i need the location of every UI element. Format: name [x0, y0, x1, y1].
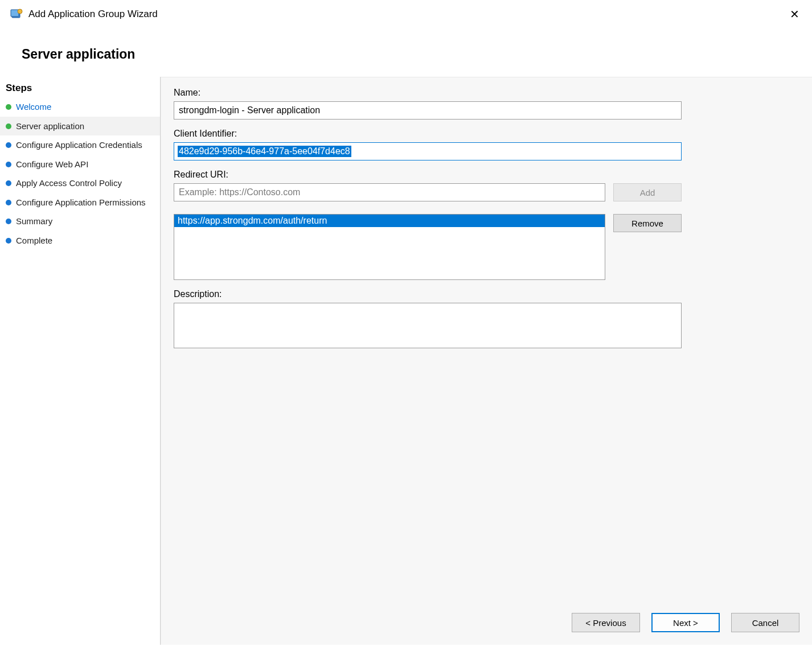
step-bullet-icon — [6, 162, 11, 167]
content-pane: Name: Client Identifier: 482e9d29-956b-4… — [161, 77, 812, 645]
steps-panel: Steps Welcome Server application Configu… — [0, 77, 161, 645]
name-label: Name: — [174, 88, 799, 98]
close-icon[interactable]: ✕ — [783, 6, 806, 22]
step-bullet-icon — [6, 142, 11, 148]
step-label: Configure Application Credentials — [16, 139, 142, 151]
step-label: Apply Access Control Policy — [16, 178, 122, 189]
step-apply-access-control[interactable]: Apply Access Control Policy — [0, 174, 160, 193]
redirect-uri-item[interactable]: https://app.strongdm.com/auth/return — [174, 215, 605, 227]
client-id-input[interactable]: 482e9d29-956b-46e4-977a-5ee04f7d4ec8 — [174, 142, 682, 160]
client-id-label: Client Identifier: — [174, 129, 799, 139]
step-configure-credentials[interactable]: Configure Application Credentials — [0, 135, 160, 155]
step-label: Welcome — [16, 101, 51, 113]
step-welcome[interactable]: Welcome — [0, 97, 160, 117]
wizard-footer: < Previous Next > Cancel — [572, 613, 799, 632]
client-id-value: 482e9d29-956b-46e4-977a-5ee04f7d4ec8 — [178, 146, 351, 157]
description-label: Description: — [174, 289, 799, 299]
description-input[interactable] — [174, 303, 682, 348]
step-server-application[interactable]: Server application — [0, 117, 160, 136]
remove-button[interactable]: Remove — [613, 214, 682, 232]
next-button[interactable]: Next > — [651, 613, 720, 632]
redirect-uri-label: Redirect URI: — [174, 170, 799, 180]
titlebar: Add Application Group Wizard ✕ — [0, 0, 812, 26]
name-input[interactable] — [174, 101, 682, 120]
step-bullet-icon — [6, 123, 11, 129]
step-summary[interactable]: Summary — [0, 212, 160, 231]
app-icon — [10, 8, 23, 20]
step-bullet-icon — [6, 104, 11, 110]
previous-button[interactable]: < Previous — [572, 613, 640, 632]
page-heading: Server application — [0, 26, 812, 77]
step-label: Complete — [16, 235, 52, 246]
add-button[interactable]: Add — [613, 183, 682, 201]
step-label: Summary — [16, 216, 52, 227]
svg-point-2 — [18, 9, 22, 14]
step-label: Server application — [16, 121, 84, 132]
step-label: Configure Application Permissions — [16, 197, 146, 208]
cancel-button[interactable]: Cancel — [731, 613, 799, 632]
steps-title: Steps — [0, 80, 160, 97]
window-title: Add Application Group Wizard — [28, 9, 783, 20]
step-configure-permissions[interactable]: Configure Application Permissions — [0, 193, 160, 212]
redirect-uri-input[interactable] — [174, 183, 605, 201]
step-label: Configure Web API — [16, 159, 88, 170]
redirect-uri-list[interactable]: https://app.strongdm.com/auth/return — [174, 214, 605, 280]
step-bullet-icon — [6, 180, 11, 186]
step-complete[interactable]: Complete — [0, 231, 160, 250]
step-bullet-icon — [6, 238, 11, 244]
step-bullet-icon — [6, 200, 11, 205]
wizard-body: Steps Welcome Server application Configu… — [0, 77, 812, 645]
step-configure-web-api[interactable]: Configure Web API — [0, 155, 160, 174]
step-bullet-icon — [6, 219, 11, 224]
